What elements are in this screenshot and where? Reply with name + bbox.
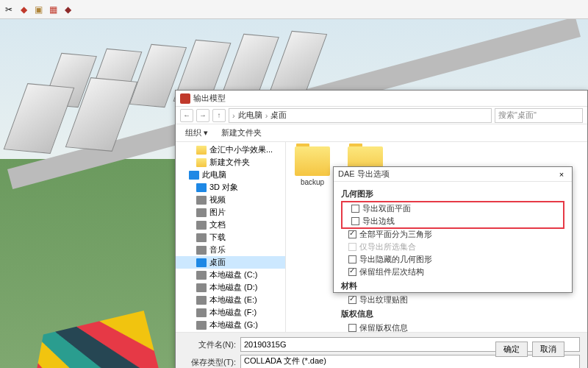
- opt-credit[interactable]: 保留版权信息: [341, 322, 564, 334]
- sidebar-item-label: 视频: [209, 194, 226, 205]
- sidebar-item-label: 音乐: [209, 244, 226, 255]
- options-footer: 确定 取消: [334, 339, 572, 360]
- sidebar-item-label: 3D 对象: [209, 182, 238, 193]
- sidebar-item-label: 本地磁盘 (C:): [209, 269, 257, 280]
- sidebar-item[interactable]: 本地磁盘 (H:): [176, 331, 285, 332]
- opt-two-sided[interactable]: 导出双面平面: [344, 202, 562, 215]
- folder-icon: [196, 158, 207, 167]
- sidebar-item-label: 金汇中小学效果...: [209, 144, 273, 155]
- folder-icon: [196, 208, 207, 217]
- diamond-dark-icon[interactable]: ◆: [62, 4, 74, 15]
- folder-icon: [196, 196, 207, 205]
- folder-icon: [196, 283, 207, 292]
- sidebar-item[interactable]: 3D 对象: [176, 181, 285, 194]
- nav-up-button[interactable]: ↑: [212, 109, 226, 122]
- folder-icon: [196, 183, 207, 192]
- options-dialog: DAE 导出选项 × 几何图形 导出双面平面 导出边线 全部平面分为三角形 仅导…: [333, 166, 573, 293]
- sidebar-item-label: 新建文件夹: [209, 157, 250, 168]
- sidebar-item[interactable]: 文档: [176, 219, 285, 231]
- app-icon: [180, 93, 190, 104]
- folder-icon: [196, 308, 207, 317]
- scissors-icon[interactable]: ✂: [3, 4, 15, 15]
- section-material: 材料: [341, 280, 564, 291]
- sidebar-item[interactable]: 本地磁盘 (C:): [176, 269, 285, 281]
- ok-button[interactable]: 确定: [495, 342, 528, 357]
- breadcrumb[interactable]: 此电脑: [238, 110, 262, 121]
- dialog-toolbar: 组织 ▾ 新建文件夹: [176, 124, 587, 142]
- diamond-red-icon[interactable]: ◆: [18, 4, 29, 15]
- folder-icon: [196, 271, 207, 280]
- sidebar: 金汇中小学效果...新建文件夹此电脑3D 对象视频图片文档下载音乐桌面本地磁盘 …: [176, 142, 286, 332]
- filetype-label: 保存类型(T):: [183, 357, 236, 368]
- opt-triangulate[interactable]: 全部平面分为三角形: [341, 228, 564, 241]
- sidebar-item[interactable]: 视频: [176, 194, 285, 206]
- bag-icon[interactable]: ▣: [32, 4, 44, 15]
- folder-icon: [295, 146, 330, 176]
- opt-textures[interactable]: 导出纹理贴图: [341, 294, 564, 306]
- sidebar-item[interactable]: 此电脑: [176, 169, 285, 181]
- sidebar-item[interactable]: 本地磁盘 (E:): [176, 294, 285, 306]
- section-copyright: 版权信息: [341, 308, 564, 319]
- file-item[interactable]: backup: [290, 146, 334, 186]
- sidebar-item[interactable]: 下载: [176, 231, 285, 244]
- nav-back-button[interactable]: ←: [180, 109, 193, 122]
- dialog-title: 输出模型: [193, 93, 583, 104]
- sidebar-item-label: 本地磁盘 (E:): [209, 294, 257, 305]
- sidebar-item[interactable]: 本地磁盘 (D:): [176, 281, 285, 294]
- cancel-button[interactable]: 取消: [532, 342, 564, 357]
- new-folder-button[interactable]: 新建文件夹: [216, 125, 267, 141]
- opt-edges[interactable]: 导出边线: [344, 215, 562, 227]
- file-label: backup: [290, 178, 334, 186]
- folder-icon: [196, 296, 207, 305]
- filename-label: 文件名(N):: [183, 339, 236, 350]
- sidebar-item-label: 本地磁盘 (D:): [209, 282, 257, 293]
- building: [4, 83, 75, 154]
- sidebar-item-label: 本地磁盘 (G:): [209, 319, 258, 330]
- opt-hidden: 仅导出所选集合: [341, 241, 564, 253]
- sidebar-item[interactable]: 本地磁盘 (G:): [176, 319, 285, 331]
- breadcrumb[interactable]: 桌面: [270, 110, 287, 121]
- dialog-titlebar: 输出模型: [176, 91, 587, 107]
- sidebar-item-label: 此电脑: [202, 169, 226, 180]
- colorful-building: [33, 311, 159, 368]
- sidebar-item-label: 本地磁盘 (F:): [209, 307, 257, 318]
- folder-icon: [196, 321, 207, 330]
- sidebar-item-label: 桌面: [209, 257, 226, 268]
- sidebar-item[interactable]: 桌面: [176, 256, 285, 269]
- folder-icon: [189, 171, 199, 180]
- folder-icon: [196, 258, 207, 267]
- folder-icon: [196, 246, 207, 255]
- search-input[interactable]: 搜索"桌面": [495, 108, 583, 123]
- options-body: 几何图形 导出双面平面 导出边线 全部平面分为三角形 仅导出所选集合 导出隐藏的…: [334, 182, 572, 339]
- address-bar[interactable]: › 此电脑 › 桌面: [229, 108, 492, 123]
- folder-icon: [196, 233, 207, 242]
- nav-fwd-button[interactable]: →: [196, 109, 209, 122]
- main-toolbar: ✂ ◆ ▣ ▦ ◆: [0, 0, 588, 19]
- highlight-area: 导出双面平面 导出边线: [341, 201, 564, 229]
- sidebar-item[interactable]: 金汇中小学效果...: [176, 144, 285, 156]
- sidebar-item[interactable]: 本地磁盘 (F:): [176, 306, 285, 319]
- sidebar-item-label: 文档: [209, 219, 226, 230]
- sidebar-item-label: 图片: [209, 207, 226, 218]
- nav-bar: ← → ↑ › 此电脑 › 桌面 搜索"桌面": [176, 107, 587, 124]
- folder-icon: [196, 146, 207, 155]
- cube-icon[interactable]: ▦: [47, 4, 59, 15]
- opt-hidden-geom[interactable]: 导出隐藏的几何图形: [341, 253, 564, 266]
- sidebar-item[interactable]: 音乐: [176, 244, 285, 256]
- sidebar-item[interactable]: 图片: [176, 206, 285, 219]
- options-title: DAE 导出选项: [338, 169, 556, 180]
- sidebar-item-label: 下载: [209, 232, 226, 243]
- section-geometry: 几何图形: [341, 188, 564, 199]
- close-icon[interactable]: ×: [556, 169, 567, 180]
- folder-icon: [196, 221, 207, 230]
- options-titlebar: DAE 导出选项 ×: [334, 167, 572, 182]
- organize-button[interactable]: 组织 ▾: [180, 125, 213, 141]
- sidebar-item[interactable]: 新建文件夹: [176, 156, 285, 169]
- opt-preserve-hier[interactable]: 保留组件层次结构: [341, 266, 564, 278]
